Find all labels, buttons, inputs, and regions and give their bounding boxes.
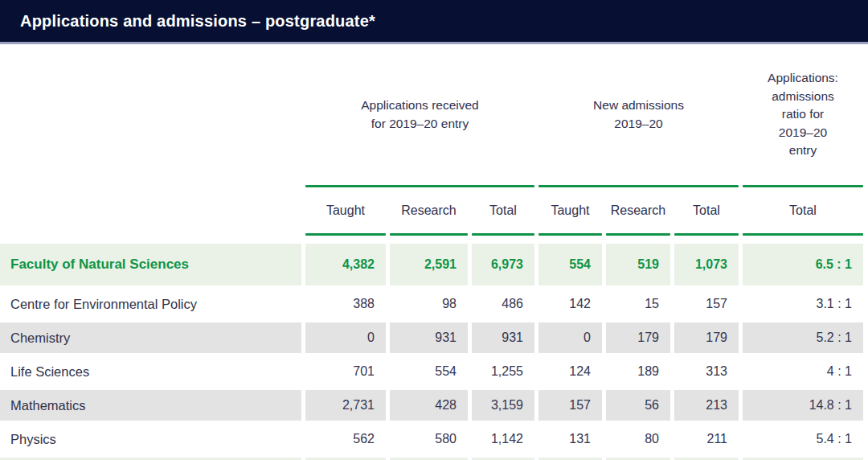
column-header-row: Taught Research Total Taught Research To…: [0, 187, 863, 233]
cell-total-applications: 6,973: [472, 244, 534, 285]
column-group-new-admissions: New admissions 2019–20: [538, 97, 739, 133]
table-row-physics: Physics 562 580 1,142 131 80 211 5.4 : 1: [0, 424, 863, 454]
cell-total-admissions: 179: [674, 322, 739, 353]
green-rule: [390, 233, 468, 236]
table-row-centre-for-environmental-policy: Centre for Environmental Policy 388 98 4…: [0, 289, 863, 319]
cell-research-admissions: 80: [606, 424, 670, 454]
cell-research-applications: 580: [390, 424, 468, 454]
cell-taught-applications: 0: [305, 322, 386, 353]
green-rule: [472, 233, 534, 236]
cell-research-applications: 2,591: [390, 244, 468, 285]
cell-taught-admissions: 142: [538, 289, 602, 319]
column-header-taught-applications: Taught: [305, 187, 386, 233]
cell-taught-admissions: 124: [538, 356, 602, 387]
cell-taught-applications: 388: [305, 289, 386, 319]
cell-applications-admissions-ratio: 6.5 : 1: [743, 244, 863, 285]
green-rule: [743, 233, 863, 236]
page-title: Applications and admissions – postgradua…: [0, 0, 868, 42]
cell-total-admissions: 1,073: [674, 244, 739, 285]
cell-research-admissions: 519: [606, 244, 670, 285]
cell-total-admissions: 211: [674, 424, 739, 454]
cell-taught-admissions: 0: [538, 322, 602, 353]
cell-research-admissions: 179: [606, 322, 670, 353]
row-label: Chemistry: [0, 322, 301, 353]
cell-taught-admissions: 554: [538, 244, 602, 285]
cell-taught-applications: 562: [305, 424, 386, 454]
green-rule: [606, 233, 670, 236]
column-header-total-admissions: Total: [674, 187, 739, 233]
cell-total-admissions: 157: [674, 289, 739, 319]
cell-applications-admissions-ratio: 4 : 1: [743, 356, 863, 387]
column-group-header-row: Applications received for 2019–20 entry …: [0, 44, 863, 185]
cell-total-admissions: 213: [674, 390, 739, 421]
column-group-applications-received: Applications received for 2019–20 entry: [305, 97, 534, 133]
cell-research-admissions: 15: [606, 289, 670, 319]
cell-research-applications: 931: [390, 322, 468, 353]
cell-research-admissions: 56: [606, 390, 670, 421]
cell-taught-applications: 4,382: [305, 244, 386, 285]
cell-taught-admissions: 131: [538, 424, 602, 454]
cell-applications-admissions-ratio: 3.1 : 1: [743, 289, 863, 319]
cell-applications-admissions-ratio: 5.4 : 1: [743, 424, 863, 454]
cell-research-applications: 428: [390, 390, 468, 421]
cell-research-admissions: 189: [606, 356, 670, 387]
report-page: Applications and admissions – postgradua…: [0, 0, 868, 460]
green-rule: [305, 233, 386, 236]
table-row-faculty-of-natural-sciences: Faculty of Natural Sciences 4,382 2,591 …: [0, 244, 863, 285]
column-group-ratio: Applications: admissions ratio for 2019–…: [743, 69, 863, 159]
cell-total-applications: 3,159: [472, 390, 534, 421]
title-bar: Applications and admissions – postgradua…: [0, 0, 868, 44]
cell-taught-applications: 2,731: [305, 390, 386, 421]
cell-applications-admissions-ratio: 5.2 : 1: [743, 322, 863, 353]
table-row-mathematics: Mathematics 2,731 428 3,159 157 56 213 1…: [0, 390, 863, 421]
column-header-taught-admissions: Taught: [538, 187, 602, 233]
table-row-chemistry: Chemistry 0 931 931 0 179 179 5.2 : 1: [0, 322, 863, 353]
green-rule: [674, 233, 739, 236]
cell-research-applications: 554: [390, 356, 468, 387]
column-header-total-ratio: Total: [743, 187, 863, 233]
column-header-total-applications: Total: [472, 187, 534, 233]
green-rule: [538, 233, 602, 236]
cell-taught-admissions: 157: [538, 390, 602, 421]
row-label: Physics: [0, 424, 301, 454]
cell-total-applications: 931: [472, 322, 534, 353]
row-label: Centre for Environmental Policy: [0, 289, 301, 319]
cell-total-applications: 1,142: [472, 424, 534, 454]
cell-taught-applications: 701: [305, 356, 386, 387]
table-row-life-sciences: Life Sciences 701 554 1,255 124 189 313 …: [0, 356, 863, 387]
row-label: Life Sciences: [0, 356, 301, 387]
cell-applications-admissions-ratio: 14.8 : 1: [743, 390, 863, 421]
column-header-research-applications: Research: [390, 187, 468, 233]
cell-total-applications: 1,255: [472, 356, 534, 387]
column-header-spacer: [0, 187, 301, 233]
cell-total-applications: 486: [472, 289, 534, 319]
table-body: Faculty of Natural Sciences 4,382 2,591 …: [0, 244, 868, 460]
row-label: Faculty of Natural Sciences: [0, 244, 301, 285]
cell-total-admissions: 313: [674, 356, 739, 387]
column-header-research-admissions: Research: [606, 187, 670, 233]
cell-research-applications: 98: [390, 289, 468, 319]
column-underline-row: [0, 233, 863, 236]
row-label: Mathematics: [0, 390, 301, 421]
